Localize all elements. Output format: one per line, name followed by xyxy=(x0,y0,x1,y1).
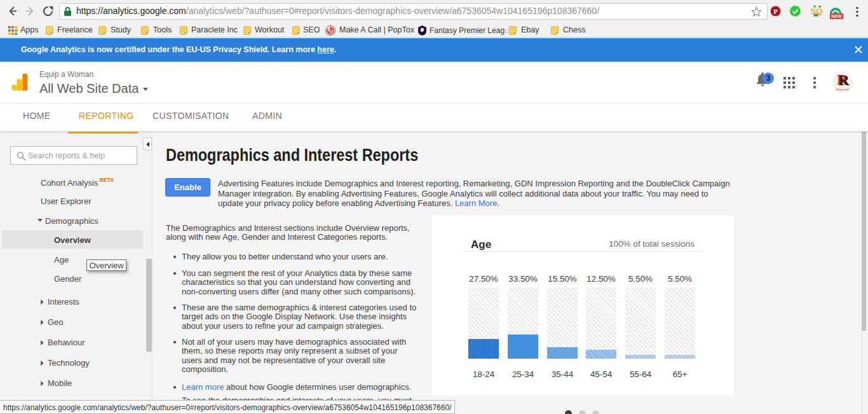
svg-text:NEW: NEW xyxy=(831,14,842,18)
svg-text:P: P xyxy=(773,8,778,15)
svg-text:SQ: SQ xyxy=(811,6,823,16)
